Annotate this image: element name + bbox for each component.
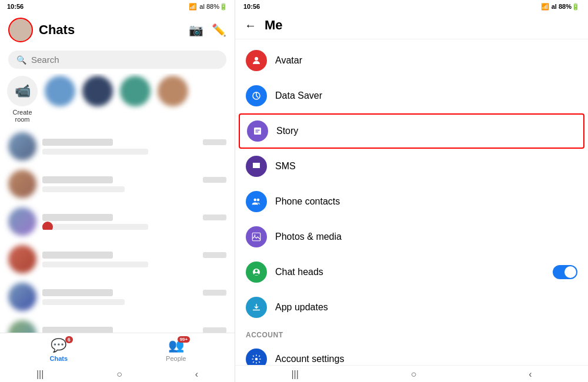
chats-badge: 6 <box>65 336 73 343</box>
menu-account-settings[interactable]: Account settings <box>235 341 588 365</box>
svg-point-10 <box>255 270 258 273</box>
svg-point-11 <box>255 358 258 361</box>
avatar-icon <box>246 50 267 71</box>
chat-info-4 <box>42 252 226 267</box>
create-room-avatar: 📹 <box>7 76 38 106</box>
menu-story[interactable]: Story <box>239 113 584 149</box>
story-1[interactable] <box>45 76 75 106</box>
create-room-label: Createroom <box>12 109 32 123</box>
sms-icon <box>246 156 267 177</box>
menu-sms[interactable]: SMS <box>235 149 588 184</box>
data-saver-icon <box>246 85 267 106</box>
svg-rect-4 <box>255 132 258 133</box>
svg-point-8 <box>254 234 255 236</box>
chat-avatar-3 <box>8 207 36 236</box>
story-label: Story <box>276 126 576 136</box>
story-avatar-3 <box>120 76 151 106</box>
story-2[interactable] <box>82 76 113 106</box>
chat-avatar-5 <box>8 283 36 311</box>
svg-point-6 <box>257 199 260 202</box>
chat-avatar-2 <box>8 170 36 198</box>
svg-point-0 <box>255 57 258 61</box>
svg-point-5 <box>254 199 257 202</box>
chat-item-2[interactable] <box>0 165 235 203</box>
chat-avatar-6 <box>8 320 36 333</box>
chats-nav-label: Chats <box>49 355 68 362</box>
chat-heads-label: Chat heads <box>275 267 544 277</box>
people-badge: 99+ <box>178 336 191 343</box>
chat-info-6 <box>42 327 226 333</box>
chat-avatar-4 <box>8 245 36 273</box>
chat-info-2 <box>42 176 226 192</box>
chats-nav-icon: 💬 <box>51 338 66 353</box>
chat-item-3[interactable] <box>0 203 235 240</box>
menu-chat-heads[interactable]: Chat heads <box>235 254 588 290</box>
left-nav-menu[interactable]: ||| <box>36 369 44 380</box>
avatar-label: Avatar <box>275 55 577 66</box>
chat-heads-icon <box>246 262 267 283</box>
phone-contacts-label: Phone contacts <box>275 196 577 207</box>
right-header: ← Me <box>235 13 588 39</box>
left-status-bar: 10:56 📶 al 88%🔋 <box>0 0 235 13</box>
right-battery-text: al 88%🔋 <box>552 3 580 11</box>
svg-rect-3 <box>255 130 260 131</box>
camera-icon[interactable]: 📷 <box>189 23 203 37</box>
story-4[interactable] <box>158 76 188 106</box>
create-room-story[interactable]: 📹 Createroom <box>7 76 38 123</box>
menu-phone-contacts[interactable]: Phone contacts <box>235 184 588 219</box>
right-nav-back[interactable]: ‹ <box>529 369 532 380</box>
data-saver-label: Data Saver <box>275 91 577 101</box>
svg-rect-7 <box>252 233 260 241</box>
search-icon: 🔍 <box>16 55 26 65</box>
toggle-knob <box>564 266 576 278</box>
left-battery-text: al 88%🔋 <box>199 3 228 11</box>
story-avatar-1 <box>45 76 75 106</box>
right-status-time: 10:56 <box>243 3 260 10</box>
right-nav-home[interactable]: ○ <box>411 369 417 380</box>
chat-item-4[interactable] <box>0 240 235 278</box>
menu-photos-media[interactable]: Photos & media <box>235 219 588 254</box>
story-3[interactable] <box>120 76 151 106</box>
chat-item-6[interactable] <box>0 316 235 333</box>
right-nav-menu[interactable]: ||| <box>291 369 298 380</box>
chat-info-5 <box>42 289 226 305</box>
sms-label: SMS <box>275 161 577 172</box>
video-icon: 📹 <box>15 83 31 99</box>
left-nav-home[interactable]: ○ <box>116 369 122 380</box>
menu-list: Avatar Data Saver Story SMS <box>235 39 588 365</box>
left-nav-back[interactable]: ‹ <box>195 369 198 380</box>
account-settings-icon <box>246 349 267 365</box>
back-button[interactable]: ← <box>245 19 256 32</box>
nav-chats[interactable]: 6 💬 Chats <box>35 338 82 362</box>
right-title: Me <box>265 18 283 33</box>
left-status-icons: 📶 al 88%🔋 <box>189 3 228 11</box>
story-avatar-4 <box>158 76 188 106</box>
header-icons: 📷 ✏️ <box>189 23 226 37</box>
chat-info-1 <box>42 139 226 155</box>
left-android-nav: ||| ○ ‹ <box>0 366 235 382</box>
user-avatar[interactable] <box>8 18 33 42</box>
right-android-nav: ||| ○ ‹ <box>235 365 588 382</box>
left-status-time: 10:56 <box>7 3 24 10</box>
app-updates-label: App updates <box>275 302 577 313</box>
right-status-icons: 📶 al 88%🔋 <box>541 3 580 11</box>
chat-item-5[interactable] <box>0 278 235 316</box>
people-nav-label: People <box>166 355 186 362</box>
right-status-bar: 10:56 📶 al 88%🔋 <box>235 0 588 13</box>
nav-people[interactable]: 99+ 👥 People <box>152 338 199 362</box>
compose-icon[interactable]: ✏️ <box>212 23 226 37</box>
search-bar[interactable]: 🔍 <box>8 51 226 69</box>
chat-heads-toggle[interactable] <box>553 265 577 279</box>
right-panel: 10:56 📶 al 88%🔋 ← Me Avatar Data Saver <box>235 0 588 382</box>
photos-media-icon <box>246 226 267 247</box>
menu-data-saver[interactable]: Data Saver <box>235 78 588 113</box>
search-input[interactable] <box>31 55 218 65</box>
chat-item-1[interactable] <box>0 128 235 165</box>
menu-app-updates[interactable]: App updates <box>235 290 588 325</box>
account-settings-label: Account settings <box>275 354 577 364</box>
left-signal-icon: 📶 <box>189 3 197 11</box>
story-icon <box>247 120 268 142</box>
photos-media-label: Photos & media <box>275 232 577 242</box>
account-section-label: Account <box>235 325 588 341</box>
menu-avatar[interactable]: Avatar <box>235 43 588 78</box>
